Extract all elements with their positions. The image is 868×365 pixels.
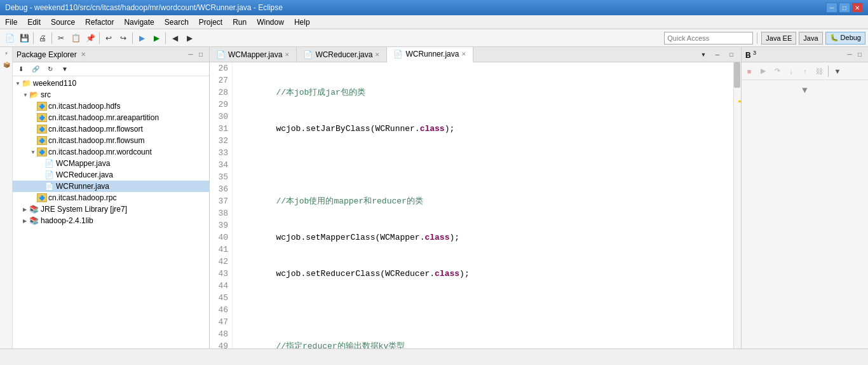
toolbar-new[interactable]: 📄 <box>3 31 17 45</box>
toolbar-undo[interactable]: ↩ <box>102 31 116 45</box>
toolbar-nav-next[interactable]: ▶ <box>182 31 196 45</box>
menu-window[interactable]: Window <box>252 15 289 29</box>
menu-edit[interactable]: Edit <box>22 15 46 29</box>
tab-close-wcmapper[interactable]: ✕ <box>285 52 290 58</box>
rp-b-label: B <box>745 51 751 60</box>
rp-minimize[interactable]: ─ <box>845 50 854 59</box>
tree-label: weekend110 <box>33 79 76 88</box>
minimize-button[interactable]: ─ <box>826 3 837 13</box>
pe-maximize[interactable]: □ <box>196 50 205 59</box>
tab-menu-btn[interactable]: ▼ <box>696 48 710 62</box>
rp-step-over[interactable]: ↷ <box>771 65 783 78</box>
maximize-button[interactable]: □ <box>839 3 850 13</box>
pe-minimize[interactable]: ─ <box>186 50 195 59</box>
file-icon: 📄 <box>44 159 55 168</box>
tree-item-hadoop[interactable]: ▶ 📚 hadoop-2.4.1lib <box>13 215 209 226</box>
tree-item-hdfs[interactable]: ▶ 🔷 cn.itcast.hadoop.hdfs <box>13 100 209 112</box>
tree-item-wcrunner[interactable]: ▶ 📄 WCRunner.java <box>13 181 209 192</box>
tree-item-wordcount[interactable]: ▼ 🔷 cn.itcast.hadoop.mr.wordcount <box>13 146 209 158</box>
title-bar: Debug - weekend110/src/cn/itcast/hadoop/… <box>0 0 868 15</box>
pe-link[interactable]: 🔗 <box>29 62 43 76</box>
tab-max-btn[interactable]: □ <box>724 48 738 62</box>
tree-item-jre[interactable]: ▶ 📚 JRE System Library [jre7] <box>13 203 209 215</box>
tree-item-wcmapper[interactable]: ▶ 📄 WCMapper.java <box>13 158 209 169</box>
toolbar-sep1 <box>33 32 34 44</box>
tree-item-weekend110[interactable]: ▼ 📁 weekend110 <box>13 78 209 89</box>
menu-file[interactable]: File <box>0 15 22 29</box>
menu-search[interactable]: Search <box>159 15 194 29</box>
tab-wcmapper[interactable]: 📄 WCMapper.java ✕ <box>210 47 297 62</box>
tree-label: cn.itcast.hadoop.mr.wordcount <box>48 148 152 156</box>
tab-label: WCMapper.java <box>228 50 282 59</box>
title-text: Debug - weekend110/src/cn/itcast/hadoop/… <box>5 3 283 12</box>
left-icon-2[interactable]: 📦 <box>1 60 11 70</box>
tree-label: WCRunner.java <box>56 182 109 191</box>
file-icon: 📄 <box>44 170 55 179</box>
package-icon: 🔷 <box>37 148 47 156</box>
rp-content: ▼ <box>742 80 868 348</box>
tree-label: cn.itcast.hadoop.mr.flowsort <box>48 125 143 134</box>
tree-item-areapartition[interactable]: ▶ 🔷 cn.itcast.hadoop.mr.areapartition <box>13 112 209 123</box>
title-buttons: ─ □ ✕ <box>826 3 863 13</box>
tree-item-flowsort[interactable]: ▶ 🔷 cn.itcast.hadoop.mr.flowsort <box>13 123 209 135</box>
tab-min-btn[interactable]: ─ <box>710 48 724 62</box>
rp-step-return[interactable]: ↑ <box>799 65 811 78</box>
scroll-thumb[interactable] <box>734 62 740 88</box>
tab-label: WCRunner.java <box>405 50 459 59</box>
rp-toolbar: ■ ▶ ↷ ↓ ↑ ⛓ ▼ <box>742 62 868 80</box>
menu-help[interactable]: Help <box>289 15 315 29</box>
menu-refactor[interactable]: Refactor <box>80 15 119 29</box>
tab-area-buttons: ▼ ─ □ <box>694 47 741 62</box>
package-icon: 🔷 <box>37 193 47 202</box>
pe-collapse[interactable]: ⬇ <box>14 62 28 76</box>
rp-step-into[interactable]: ↓ <box>785 65 797 78</box>
toolbar-print[interactable]: 🖨 <box>36 31 50 45</box>
menu-run[interactable]: Run <box>227 15 252 29</box>
pe-menu[interactable]: ▼ <box>58 62 72 76</box>
menu-project[interactable]: Project <box>194 15 227 29</box>
toolbar-run[interactable]: ▶ <box>149 31 163 45</box>
tab-wcreducer[interactable]: 📄 WCReducer.java ✕ <box>297 47 387 62</box>
tab-close-wcrunner[interactable]: ✕ <box>461 51 466 57</box>
pe-badge: ✕ <box>81 51 86 58</box>
menu-navigate[interactable]: Navigate <box>119 15 159 29</box>
tab-icon: 📄 <box>393 50 403 59</box>
toolbar-copy[interactable]: 📋 <box>69 31 83 45</box>
rp-view-menu[interactable]: ▼ <box>831 65 844 78</box>
tree-item-rpc[interactable]: ▶ 🔷 cn.itcast.hadoop.rpc <box>13 192 209 203</box>
tree-item-flowsum[interactable]: ▶ 🔷 cn.itcast.hadoop.mr.flowsum <box>13 135 209 146</box>
tab-close-wcreducer[interactable]: ✕ <box>375 52 380 58</box>
code-editor[interactable]: 26 27 28 29 30 31 32 33 34 35 36 37 38 3… <box>210 62 741 348</box>
rp-disconnect[interactable]: ⛓ <box>813 65 825 78</box>
editor-scrollbar[interactable] <box>733 62 741 348</box>
tree-label: cn.itcast.hadoop.hdfs <box>48 102 120 111</box>
rp-down-arrow: ▼ <box>744 83 865 98</box>
tree-item-wcreducer[interactable]: ▶ 📄 WCReducer.java <box>13 169 209 181</box>
toolbar-paste[interactable]: 📌 <box>83 31 97 45</box>
pe-refresh[interactable]: ↻ <box>43 62 57 76</box>
rp-resume[interactable]: ▶ <box>757 65 770 78</box>
rp-stop[interactable]: ■ <box>743 65 756 78</box>
tab-wcrunner[interactable]: 📄 WCRunner.java ✕ <box>387 47 473 62</box>
toolbar-debug[interactable]: ▶ <box>135 31 149 45</box>
rp-maximize[interactable]: □ <box>855 50 864 59</box>
menu-source[interactable]: Source <box>46 15 80 29</box>
close-button[interactable]: ✕ <box>851 3 863 13</box>
left-icon-1[interactable]: ⚡ <box>1 48 11 59</box>
code-content[interactable]: //本job打成jar包的类 wcjob.setJarByClass(WCRun… <box>233 62 733 348</box>
perspective-java[interactable]: Java <box>799 32 822 45</box>
collapse-arrow: ▶ <box>23 207 29 212</box>
expand-arrow: ▼ <box>31 149 37 155</box>
toolbar-redo[interactable]: ↪ <box>116 31 130 45</box>
quick-access-input[interactable] <box>664 32 753 45</box>
perspective-javaee[interactable]: Java EE <box>761 32 796 45</box>
tree-label: cn.itcast.hadoop.rpc <box>48 193 116 202</box>
toolbar-nav-prev[interactable]: ◀ <box>168 31 182 45</box>
toolbar-save[interactable]: 💾 <box>17 31 31 45</box>
tree-label: src <box>41 90 51 99</box>
toolbar-cut[interactable]: ✂ <box>54 31 68 45</box>
code-line-30: wcjob.setMapperClass(WCMapper.class); <box>236 231 729 244</box>
lib-icon: 📚 <box>29 205 39 214</box>
tree-item-src[interactable]: ▼ 📂 src <box>13 89 209 100</box>
perspective-debug[interactable]: 🐛 Debug <box>825 32 865 45</box>
